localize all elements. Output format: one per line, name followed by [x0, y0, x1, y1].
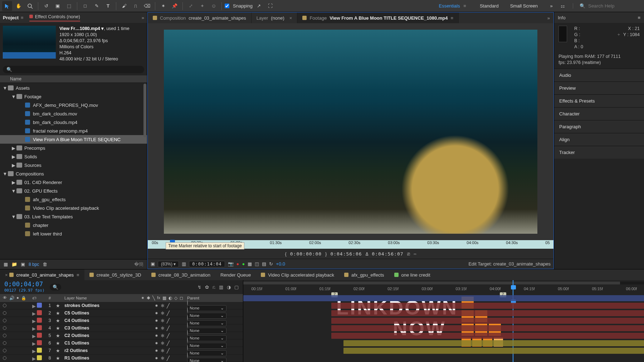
timeline-tab[interactable]: ×create_03_animate_shapes≡: [0, 269, 84, 280]
twirl-icon[interactable]: ▶: [32, 326, 36, 331]
transparency-icon[interactable]: ▨: [262, 261, 266, 267]
snapping-checkbox[interactable]: [225, 4, 229, 8]
label-color-icon[interactable]: [37, 325, 42, 330]
timeline-tab[interactable]: afx_gpu_effects: [339, 269, 389, 280]
tree-row[interactable]: ▼Assets: [0, 84, 147, 92]
current-time-indicator[interactable]: 0;00;04;07: [4, 281, 45, 287]
clip[interactable]: [331, 325, 644, 331]
tree-row[interactable]: left lower third: [0, 229, 147, 238]
twirl-icon[interactable]: ▼: [2, 85, 8, 91]
camera-tool-icon[interactable]: ▣: [53, 1, 63, 11]
viewer-tab-footage[interactable]: FootageView From A Blue Moon TITLE SEQUE…: [297, 13, 459, 23]
timeline-playhead[interactable]: [513, 280, 513, 294]
twirl-icon[interactable]: ▶: [11, 180, 16, 185]
overlay-edit-icon[interactable]: ⎓: [414, 251, 416, 257]
twirl-icon[interactable]: ▶: [11, 154, 16, 159]
clip[interactable]: [331, 333, 644, 339]
shy-icon[interactable]: ⎌: [213, 284, 215, 290]
eye-col-icon[interactable]: 👁: [3, 296, 7, 301]
panel-menu-icon[interactable]: ≡: [638, 15, 640, 20]
tree-row[interactable]: afx_gpu_effects: [0, 195, 147, 204]
panel-paragraph[interactable]: Paragraph: [554, 120, 644, 133]
motion-blur-icon[interactable]: ◑: [227, 284, 231, 290]
visibility-icon[interactable]: [3, 341, 6, 345]
snapshot-icon[interactable]: 📷: [228, 261, 234, 267]
pickwhip-icon[interactable]: [187, 315, 188, 321]
mag-menu-icon[interactable]: ▣: [151, 261, 155, 267]
layer-name[interactable]: C3 Outlines: [63, 326, 138, 331]
twirl-icon[interactable]: ▶: [32, 341, 36, 346]
panel-preview[interactable]: Preview: [554, 81, 644, 94]
label-color-icon[interactable]: [37, 318, 42, 323]
out-point[interactable]: 0:04:56:06: [330, 251, 362, 257]
project-search[interactable]: 🔍: [3, 66, 144, 73]
workspace-overflow-icon[interactable]: »: [546, 1, 556, 11]
workspace-standard[interactable]: Standard: [478, 0, 501, 11]
visibility-icon[interactable]: [3, 319, 6, 322]
twirl-icon[interactable]: ▶: [32, 304, 36, 309]
visibility-icon[interactable]: [3, 356, 6, 360]
tree-row[interactable]: fractal noise precomp.mp4: [0, 127, 147, 135]
ripple-insert-icon[interactable]: ⎚: [407, 251, 410, 257]
hand-tool-icon[interactable]: ✋: [14, 1, 24, 11]
project-tab[interactable]: Project≡: [3, 15, 24, 20]
layer-name[interactable]: R1 Outlines: [63, 356, 138, 361]
timeline-tab[interactable]: Render Queue: [215, 269, 256, 280]
shape-tool-icon[interactable]: □: [80, 1, 90, 11]
eraser-tool-icon[interactable]: ⌫: [142, 1, 152, 11]
mask-icon[interactable]: ◫: [255, 261, 259, 267]
parent-select[interactable]: None⌄: [187, 358, 226, 362]
pickwhip-icon[interactable]: [187, 322, 188, 328]
brush-tool-icon[interactable]: 🖌: [119, 1, 129, 11]
resize-icon[interactable]: �簡: [134, 261, 143, 268]
twirl-icon[interactable]: ▶: [32, 349, 36, 354]
visibility-icon[interactable]: [3, 304, 6, 307]
project-tree[interactable]: ▼Assets▼FootageAFX_demo_PRORES_HQ.movbm_…: [0, 83, 147, 259]
selection-tool-icon[interactable]: [2, 1, 12, 11]
panel-align[interactable]: Align: [554, 133, 644, 146]
grid-icon[interactable]: ▦: [248, 261, 252, 267]
orbit-tool-icon[interactable]: ↺: [41, 1, 51, 11]
track-row[interactable]: [243, 309, 644, 317]
panel-character[interactable]: Character: [554, 107, 644, 120]
layer-name[interactable]: C2 Outlines: [63, 333, 138, 338]
zoom-select[interactable]: (83%) ▾: [158, 261, 179, 267]
project-column-name[interactable]: Name: [0, 75, 147, 83]
channel-icon[interactable]: ●: [236, 261, 239, 267]
timeline-tab[interactable]: create_05_stylize_3D: [84, 269, 146, 280]
panel-tracker[interactable]: Tracker: [554, 146, 644, 159]
label-color-icon[interactable]: [37, 303, 42, 308]
tree-row[interactable]: ▶Sources: [0, 161, 147, 169]
label-color-icon[interactable]: [37, 310, 42, 315]
pickwhip-icon[interactable]: [187, 307, 188, 313]
tree-row[interactable]: ▼02. GPU Effects: [0, 187, 147, 195]
tree-row[interactable]: bm_dark_clouds.mp4: [0, 118, 147, 127]
layer-row[interactable]: ▶ 8★R1 Outlines⁕✱╱ None⌄: [0, 354, 243, 362]
track-row[interactable]: [243, 324, 644, 332]
twirl-icon[interactable]: ▶: [11, 145, 16, 151]
close-icon[interactable]: ×: [289, 15, 292, 21]
in-point[interactable]: 0:00:00:00: [290, 251, 322, 257]
clip[interactable]: [343, 348, 644, 354]
twirl-icon[interactable]: ▼: [2, 171, 8, 177]
layer-name[interactable]: C4 Outlines: [63, 318, 138, 323]
panel-audio[interactable]: Audio: [554, 69, 644, 81]
visibility-icon[interactable]: [3, 326, 6, 330]
layer-name[interactable]: C1 Outlines: [63, 341, 138, 346]
clip[interactable]: [331, 303, 644, 309]
timeline-search[interactable]: 🔍: [50, 284, 61, 291]
local-axis-icon[interactable]: ⤢: [186, 1, 196, 11]
panel-overflow-icon[interactable]: »: [142, 15, 144, 20]
search-help-input[interactable]: [588, 3, 638, 9]
in-bracket-icon[interactable]: {: [285, 251, 286, 257]
label-color-icon[interactable]: [37, 340, 42, 345]
close-icon[interactable]: ×: [5, 272, 8, 278]
roto-tool-icon[interactable]: ✶: [158, 1, 168, 11]
timeline-tab[interactable]: create_08_3D_animation: [146, 269, 215, 280]
clip[interactable]: [343, 340, 644, 346]
comp-mini-flowchart-icon[interactable]: ↯: [197, 284, 201, 290]
timeline-tracks[interactable]: 00:15f01:00f01:15f02:00f02:15f03:00f03:1…: [243, 280, 644, 362]
puppet-tool-icon[interactable]: 📌: [170, 1, 180, 11]
clip[interactable]: [243, 295, 644, 301]
new-comp-icon[interactable]: ▣: [21, 262, 25, 267]
